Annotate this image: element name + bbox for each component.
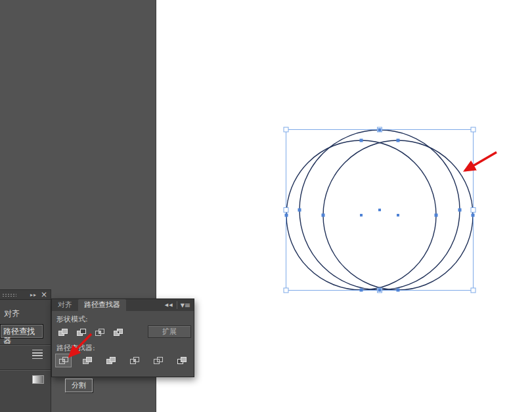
dock-header[interactable]: ▸▸ ×	[0, 290, 51, 300]
close-dock-icon[interactable]: ×	[37, 290, 51, 300]
exclude-button[interactable]	[110, 326, 125, 339]
merge-button[interactable]	[102, 354, 119, 367]
gradient-panel-button[interactable]	[0, 370, 51, 388]
divide-icon	[58, 356, 69, 365]
minus-front-button[interactable]	[74, 326, 89, 339]
shape-modes-row	[55, 326, 125, 339]
header-divider	[177, 301, 177, 309]
minus-back-button[interactable]	[173, 354, 190, 367]
divide-tooltip: 分割	[65, 379, 93, 392]
pathfinder-panel-body: 形状模式:	[52, 311, 194, 377]
pathfinder-panel: 对齐 路径查找器 ◀◀ ▼≡ 形状模式:	[51, 299, 194, 377]
collapse-panel-icon[interactable]: ◀◀	[165, 302, 173, 308]
tab-align[interactable]: 对齐	[52, 299, 78, 311]
outline-icon	[153, 356, 164, 365]
merge-icon	[106, 356, 116, 365]
expand-button[interactable]: 扩展	[148, 325, 191, 338]
crop-icon	[129, 356, 140, 365]
tab-align-label: 对齐	[58, 300, 72, 309]
paragraph-lines-icon	[32, 350, 43, 359]
panel-header-controls: ◀◀ ▼≡	[165, 299, 194, 311]
paragraph-panel-button[interactable]	[0, 345, 51, 363]
intersect-icon	[95, 328, 105, 337]
artboard[interactable]	[156, 0, 532, 412]
tab-pathfinder-label: 路径查找器	[84, 300, 120, 309]
minus-back-icon	[177, 356, 187, 365]
trim-button[interactable]	[79, 354, 95, 367]
minus-front-icon	[76, 328, 87, 337]
intersect-button[interactable]	[92, 326, 107, 339]
panel-menu-icon[interactable]: ▼≡	[181, 301, 190, 310]
unite-icon	[58, 328, 68, 337]
expand-dock-icon[interactable]: ▸▸	[30, 290, 37, 300]
trim-icon	[82, 356, 93, 365]
dock-item-align[interactable]: 对齐	[0, 308, 51, 319]
pathfinders-row	[55, 354, 190, 367]
outline-button[interactable]	[150, 354, 166, 367]
shape-modes-label: 形状模式:	[56, 314, 88, 324]
gradient-icon	[32, 375, 44, 384]
exclude-icon	[113, 328, 123, 337]
dock-item-pathfinder[interactable]: 路径查找器	[0, 324, 43, 339]
panel-tab-bar: 对齐 路径查找器 ◀◀ ▼≡	[52, 299, 194, 311]
app-window: ▸▸ × 对齐 路径查找器 对齐 路径查找器 ◀◀ ▼≡	[0, 0, 532, 412]
panel-dock: ▸▸ × 对齐 路径查找器	[0, 289, 51, 412]
tab-pathfinder[interactable]: 路径查找器	[78, 299, 126, 311]
drag-grip-icon[interactable]	[2, 293, 16, 297]
unite-button[interactable]	[55, 326, 70, 339]
pathfinders-label: 路径查找器:	[56, 343, 95, 353]
crop-button[interactable]	[126, 354, 143, 367]
divide-button[interactable]	[55, 354, 72, 367]
